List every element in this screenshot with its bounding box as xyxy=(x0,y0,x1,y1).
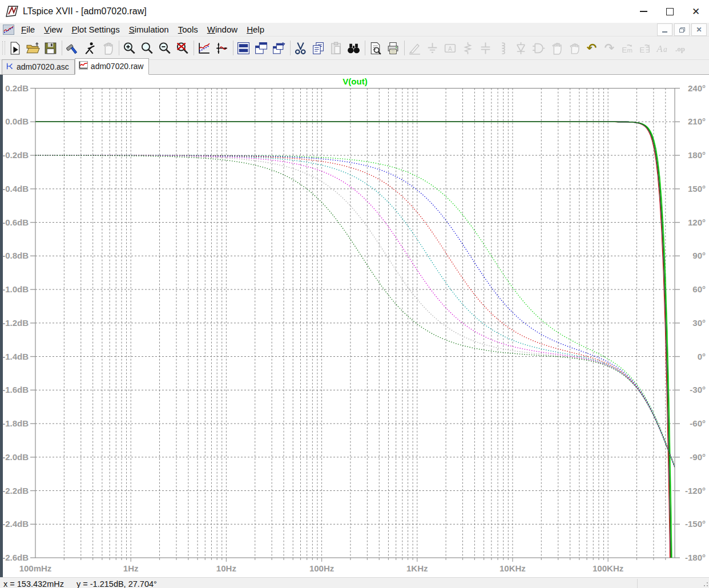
tab-label: adm07020.raw xyxy=(91,62,144,71)
menu-item-tools[interactable]: Tools xyxy=(174,25,203,34)
plot-settings-icon[interactable] xyxy=(197,41,211,56)
x-tick-label: 100Hz xyxy=(309,563,334,573)
svg-text:A: A xyxy=(656,43,663,54)
y-left-label: -0.8dB xyxy=(2,251,29,260)
cursor-y-readout: y = -1.215dB, 27.704° xyxy=(76,579,157,588)
schematic-icon xyxy=(6,62,14,72)
run-icon[interactable] xyxy=(83,41,97,56)
minimize-icon[interactable] xyxy=(630,0,656,23)
y-right-label: 0° xyxy=(698,352,706,361)
zoom-back-icon[interactable] xyxy=(175,41,190,56)
y-right-label: -60° xyxy=(690,418,706,428)
capacitor-icon xyxy=(478,41,493,56)
y-right-label: -90° xyxy=(690,452,706,462)
y-left-label: -0.6dB xyxy=(2,218,29,227)
y-left-label: -1.4dB xyxy=(2,352,29,361)
print-icon[interactable] xyxy=(386,41,400,56)
tile-horizontal-icon[interactable] xyxy=(236,41,251,56)
y-right-label: -120° xyxy=(685,486,706,496)
maximize-icon[interactable] xyxy=(656,0,683,23)
toolbar-separator xyxy=(404,41,405,55)
x-tick-label: 1Hz xyxy=(123,563,139,573)
zoom-out-icon[interactable] xyxy=(158,41,172,56)
find-icon[interactable] xyxy=(347,41,361,56)
y-right-label: 90° xyxy=(692,251,706,260)
close-icon[interactable]: ✕ xyxy=(683,0,709,23)
window-title: LTspice XVII - [adm07020.raw] xyxy=(23,6,147,17)
menu-item-window[interactable]: Window xyxy=(203,25,242,34)
print-preview-icon[interactable] xyxy=(368,41,382,56)
cursor-x-readout: x = 153.432mHz xyxy=(3,579,64,588)
y-left-label: -2.0dB xyxy=(2,452,29,462)
y-right-label: 210° xyxy=(688,116,706,126)
y-left-label: -2.2dB xyxy=(2,486,29,496)
phase-trace-step7 xyxy=(35,155,675,466)
tab-adm07020-raw[interactable]: adm07020.raw xyxy=(75,58,150,75)
open-file-icon[interactable] xyxy=(26,41,40,56)
zoom-full-icon[interactable] xyxy=(140,41,154,56)
tab-label: adm07020.asc xyxy=(17,62,69,71)
tab-strip: adm07020.asc adm07020.raw xyxy=(0,60,709,75)
title-bar: LTspice XVII - [adm07020.raw] ✕ xyxy=(0,0,709,23)
toolbar: A↶↷EmE∃Aa.op xyxy=(0,37,709,60)
toolbar-separator xyxy=(62,41,62,55)
tab-adm07020-asc[interactable]: adm07020.asc xyxy=(2,59,75,75)
mdi-document-icon[interactable] xyxy=(3,25,14,35)
resistor-icon xyxy=(461,41,475,56)
x-tick-label: 1KHz xyxy=(406,563,428,573)
svg-text:E: E xyxy=(639,45,644,54)
mdi-minimize-icon[interactable] xyxy=(657,23,672,36)
undo-icon[interactable]: ↶ xyxy=(585,41,599,56)
trace-group xyxy=(35,122,675,577)
y-left-label: -1.6dB xyxy=(2,385,29,394)
phase-trace-step6 xyxy=(35,155,675,466)
svg-text:↷: ↷ xyxy=(605,41,615,55)
y-right-label: 120° xyxy=(688,218,706,227)
ltspice-logo-icon xyxy=(5,5,19,18)
save-icon[interactable] xyxy=(43,41,58,56)
x-tick-label: 10Hz xyxy=(216,563,236,573)
mdi-close-icon[interactable]: ✕ xyxy=(691,23,707,36)
menu-item-view[interactable]: View xyxy=(39,25,67,34)
control-panel-icon[interactable] xyxy=(65,41,79,56)
y-left-label: -0.2dB xyxy=(2,150,29,160)
bode-plot[interactable]: 0.2dB240°0.0dB210°-0.2dB180°-0.4dB150°-0… xyxy=(0,75,709,577)
x-tick-label: 10KHz xyxy=(499,563,526,573)
phase-trace-step2 xyxy=(35,155,675,468)
autorange-icon[interactable] xyxy=(215,41,229,56)
menu-item-plot-settings[interactable]: Plot Settings xyxy=(67,25,124,34)
zoom-in-icon[interactable] xyxy=(122,41,136,56)
cut-icon[interactable] xyxy=(293,41,308,56)
move-icon xyxy=(549,41,563,56)
y-left-label: -1.8dB xyxy=(2,418,29,428)
svg-text:A: A xyxy=(448,45,452,51)
mdi-restore-icon[interactable] xyxy=(674,23,690,36)
menu-item-file[interactable]: File xyxy=(17,25,39,34)
y-right-label: 30° xyxy=(692,318,706,328)
menu-item-simulation[interactable]: Simulation xyxy=(124,25,174,34)
svg-text:E: E xyxy=(622,45,627,54)
y-right-label: 150° xyxy=(688,184,706,194)
halt-icon xyxy=(100,41,115,56)
toolbar-separator xyxy=(233,41,233,55)
waveform-icon xyxy=(79,61,88,71)
y-right-label: -150° xyxy=(685,519,706,529)
y-right-label: 60° xyxy=(692,284,706,294)
x-tick-label: 100mHz xyxy=(19,563,52,573)
copy-icon[interactable] xyxy=(311,41,325,56)
resize-grip[interactable] xyxy=(700,582,708,588)
label-icon: A xyxy=(443,41,457,56)
cascade-icon[interactable] xyxy=(272,41,286,56)
menu-bar: FileViewPlot SettingsSimulationToolsWind… xyxy=(0,23,709,37)
svg-text:m: m xyxy=(627,46,633,53)
waveform-viewer[interactable]: 0.2dB240°0.0dB210°-0.2dB180°-0.4dB150°-0… xyxy=(0,75,709,577)
phase-trace-step4 xyxy=(35,155,675,467)
new-schematic-icon[interactable] xyxy=(8,41,22,56)
tile-vertical-icon[interactable] xyxy=(254,41,268,56)
svg-text:↶: ↶ xyxy=(587,41,597,55)
toolbar-separator xyxy=(194,41,194,55)
phase-trace-step5 xyxy=(35,155,675,467)
window-controls: ✕ xyxy=(630,0,709,23)
menu-item-help[interactable]: Help xyxy=(242,25,269,34)
y-left-label: 0.0dB xyxy=(5,116,29,126)
